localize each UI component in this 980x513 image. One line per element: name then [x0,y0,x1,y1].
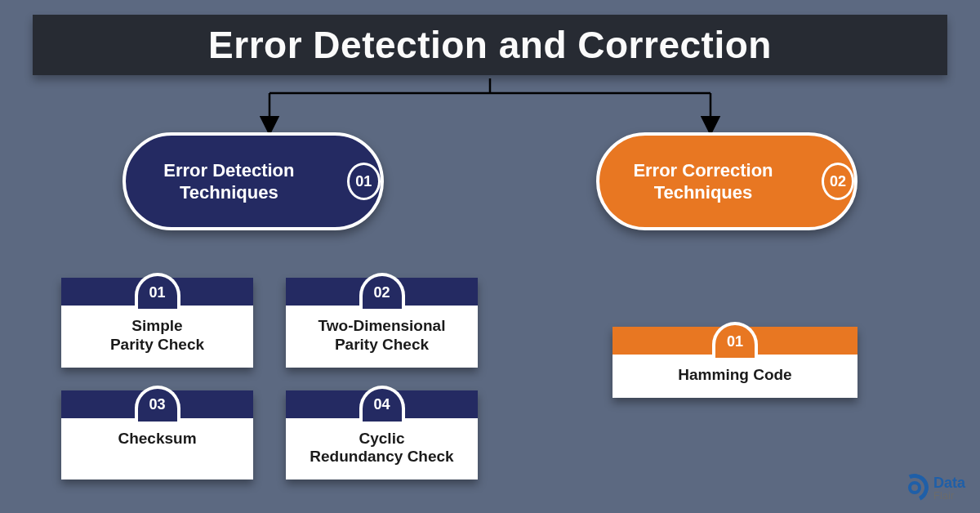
branch-label: Error Detection Techniques [126,159,332,204]
card-number: 01 [712,322,758,358]
branch-number: 02 [822,163,854,200]
card-number: 04 [359,386,405,422]
card-label: Checksum [61,418,253,462]
card-label: Cyclic Redundancy Check [286,418,478,480]
card-checksum: 03 Checksum [61,390,253,480]
title-bar: Error Detection and Correction [33,15,947,75]
page-title: Error Detection and Correction [33,23,947,67]
logo: Data Flair [901,474,965,502]
correction-cards: 01 Hamming Code [612,327,858,398]
branch-number: 01 [347,163,381,200]
card-number: 02 [359,273,405,309]
card-number: 01 [135,273,180,309]
connector-lines [237,78,743,136]
branch-correction: Error Correction Techniques 02 [596,132,858,230]
branch-row: Error Detection Techniques 01 Error Corr… [0,132,980,230]
branch-label: Error Correction Techniques [599,159,807,204]
card-label: Simple Parity Check [61,306,253,368]
card-label: Hamming Code [612,355,858,398]
detection-cards: 01 Simple Parity Check 02 Two-Dimensiona… [61,278,478,480]
branch-detection: Error Detection Techniques 01 [122,132,384,230]
logo-icon [901,474,929,502]
card-label: Two-Dimensional Parity Check [286,306,478,368]
card-hamming-code: 01 Hamming Code [612,327,858,398]
card-simple-parity: 01 Simple Parity Check [61,278,253,368]
card-crc: 04 Cyclic Redundancy Check [286,390,478,480]
card-number: 03 [135,386,180,422]
card-two-dimensional-parity: 02 Two-Dimensional Parity Check [286,278,478,368]
logo-text: Data Flair [933,475,965,501]
